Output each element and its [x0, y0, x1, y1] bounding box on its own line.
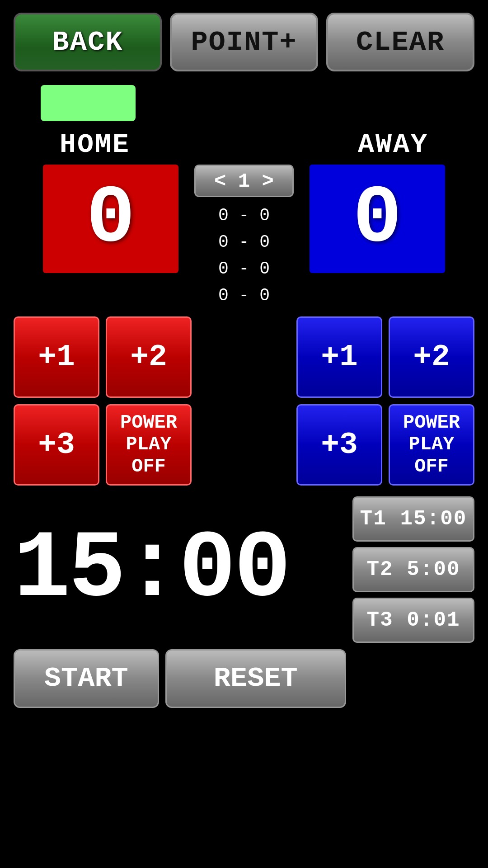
scores-section: 0 < 1 > 0 - 0 0 - 0 0 - 0 0 - 0 0 [0, 165, 488, 309]
away-score-box: 0 [310, 165, 445, 273]
home-plus-row1: +1 +2 [14, 316, 192, 398]
green-indicator [41, 85, 136, 121]
clear-button[interactable]: CLEAR [326, 13, 474, 71]
timer-preset-2[interactable]: T2 5:00 [352, 547, 474, 592]
away-score: 0 [353, 178, 402, 259]
away-label: AWAY [316, 129, 470, 160]
home-label: HOME [18, 129, 172, 160]
start-button[interactable]: START [14, 649, 159, 708]
plus-buttons-row1: +1 +2 +1 +2 [0, 316, 488, 398]
timer-presets: T1 15:00 T2 5:00 T3 0:01 [352, 496, 474, 643]
timer-preset-1[interactable]: T1 15:00 [352, 496, 474, 542]
teams-row: HOME AWAY [0, 129, 488, 160]
away-plus-row1: +1 +2 [296, 316, 474, 398]
timer-row: 15:00 T1 15:00 T2 5:00 T3 0:01 [0, 492, 488, 643]
top-bar: BACK POINT+ CLEAR [0, 0, 488, 80]
timer-display: 15:00 [14, 522, 348, 617]
home-plus3-button[interactable]: +3 [14, 404, 99, 486]
timer-preset-3[interactable]: T3 0:01 [352, 598, 474, 643]
score-history: 0 - 0 0 - 0 0 - 0 0 - 0 [218, 203, 270, 309]
plus-buttons-row2: +3 POWERPLAYOFF +3 POWERPLAYOFF [0, 404, 488, 486]
home-power-play-label: POWERPLAYOFF [120, 412, 177, 477]
away-plus3-button[interactable]: +3 [296, 404, 382, 486]
history-row-2: 0 - 0 [218, 229, 270, 256]
reset-button[interactable]: RESET [165, 649, 346, 708]
home-power-play-button[interactable]: POWERPLAYOFF [106, 404, 192, 486]
home-score-box: 0 [43, 165, 178, 273]
history-row-3: 0 - 0 [218, 256, 270, 283]
away-plus-row2: +3 POWERPLAYOFF [296, 404, 474, 486]
point-plus-button[interactable]: POINT+ [170, 13, 318, 71]
away-power-play-label: POWERPLAYOFF [403, 412, 460, 477]
home-plus-row2: +3 POWERPLAYOFF [14, 404, 192, 486]
bottom-controls: START RESET [0, 643, 488, 708]
back-button[interactable]: BACK [14, 13, 162, 71]
home-plus1-button[interactable]: +1 [14, 316, 99, 398]
middle-panel: < 1 > 0 - 0 0 - 0 0 - 0 0 - 0 [178, 165, 310, 309]
home-plus2-button[interactable]: +2 [106, 316, 192, 398]
away-plus2-button[interactable]: +2 [389, 316, 474, 398]
away-plus1-button[interactable]: +1 [296, 316, 382, 398]
history-row-4: 0 - 0 [218, 283, 270, 309]
away-power-play-button[interactable]: POWERPLAYOFF [389, 404, 474, 486]
period-button[interactable]: < 1 > [194, 165, 294, 197]
history-row-1: 0 - 0 [218, 203, 270, 229]
home-score: 0 [86, 178, 135, 259]
